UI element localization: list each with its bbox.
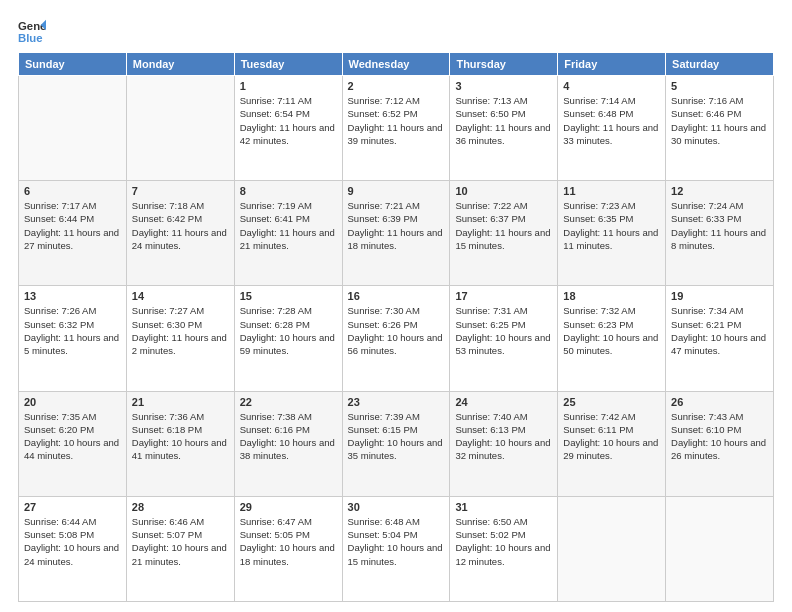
day-number: 21 <box>132 396 229 408</box>
calendar-cell <box>126 76 234 181</box>
calendar-day-header: Friday <box>558 53 666 76</box>
day-number: 11 <box>563 185 660 197</box>
day-info: Sunrise: 7:26 AM Sunset: 6:32 PM Dayligh… <box>24 304 121 357</box>
day-number: 10 <box>455 185 552 197</box>
calendar-cell: 30Sunrise: 6:48 AM Sunset: 5:04 PM Dayli… <box>342 496 450 601</box>
calendar-cell: 20Sunrise: 7:35 AM Sunset: 6:20 PM Dayli… <box>19 391 127 496</box>
day-info: Sunrise: 7:24 AM Sunset: 6:33 PM Dayligh… <box>671 199 768 252</box>
day-number: 4 <box>563 80 660 92</box>
calendar-cell <box>558 496 666 601</box>
calendar-cell: 29Sunrise: 6:47 AM Sunset: 5:05 PM Dayli… <box>234 496 342 601</box>
day-info: Sunrise: 6:47 AM Sunset: 5:05 PM Dayligh… <box>240 515 337 568</box>
day-info: Sunrise: 7:16 AM Sunset: 6:46 PM Dayligh… <box>671 94 768 147</box>
calendar-cell: 31Sunrise: 6:50 AM Sunset: 5:02 PM Dayli… <box>450 496 558 601</box>
calendar-cell: 13Sunrise: 7:26 AM Sunset: 6:32 PM Dayli… <box>19 286 127 391</box>
day-number: 17 <box>455 290 552 302</box>
calendar-cell: 8Sunrise: 7:19 AM Sunset: 6:41 PM Daylig… <box>234 181 342 286</box>
calendar-cell: 4Sunrise: 7:14 AM Sunset: 6:48 PM Daylig… <box>558 76 666 181</box>
calendar-week-row: 27Sunrise: 6:44 AM Sunset: 5:08 PM Dayli… <box>19 496 774 601</box>
calendar-day-header: Sunday <box>19 53 127 76</box>
day-info: Sunrise: 7:11 AM Sunset: 6:54 PM Dayligh… <box>240 94 337 147</box>
calendar-cell <box>666 496 774 601</box>
calendar-cell: 23Sunrise: 7:39 AM Sunset: 6:15 PM Dayli… <box>342 391 450 496</box>
day-info: Sunrise: 7:19 AM Sunset: 6:41 PM Dayligh… <box>240 199 337 252</box>
day-number: 18 <box>563 290 660 302</box>
day-info: Sunrise: 7:43 AM Sunset: 6:10 PM Dayligh… <box>671 410 768 463</box>
day-number: 6 <box>24 185 121 197</box>
calendar-week-row: 20Sunrise: 7:35 AM Sunset: 6:20 PM Dayli… <box>19 391 774 496</box>
day-number: 12 <box>671 185 768 197</box>
calendar-cell: 25Sunrise: 7:42 AM Sunset: 6:11 PM Dayli… <box>558 391 666 496</box>
day-number: 5 <box>671 80 768 92</box>
day-info: Sunrise: 7:30 AM Sunset: 6:26 PM Dayligh… <box>348 304 445 357</box>
day-number: 1 <box>240 80 337 92</box>
day-number: 8 <box>240 185 337 197</box>
day-number: 15 <box>240 290 337 302</box>
day-info: Sunrise: 6:50 AM Sunset: 5:02 PM Dayligh… <box>455 515 552 568</box>
day-info: Sunrise: 6:46 AM Sunset: 5:07 PM Dayligh… <box>132 515 229 568</box>
calendar-week-row: 6Sunrise: 7:17 AM Sunset: 6:44 PM Daylig… <box>19 181 774 286</box>
day-info: Sunrise: 6:44 AM Sunset: 5:08 PM Dayligh… <box>24 515 121 568</box>
day-number: 31 <box>455 501 552 513</box>
day-number: 13 <box>24 290 121 302</box>
day-info: Sunrise: 7:35 AM Sunset: 6:20 PM Dayligh… <box>24 410 121 463</box>
day-number: 24 <box>455 396 552 408</box>
calendar-cell: 18Sunrise: 7:32 AM Sunset: 6:23 PM Dayli… <box>558 286 666 391</box>
calendar-cell: 12Sunrise: 7:24 AM Sunset: 6:33 PM Dayli… <box>666 181 774 286</box>
day-number: 29 <box>240 501 337 513</box>
day-info: Sunrise: 7:39 AM Sunset: 6:15 PM Dayligh… <box>348 410 445 463</box>
calendar-cell: 9Sunrise: 7:21 AM Sunset: 6:39 PM Daylig… <box>342 181 450 286</box>
day-info: Sunrise: 7:28 AM Sunset: 6:28 PM Dayligh… <box>240 304 337 357</box>
day-info: Sunrise: 7:14 AM Sunset: 6:48 PM Dayligh… <box>563 94 660 147</box>
day-number: 19 <box>671 290 768 302</box>
calendar-day-header: Tuesday <box>234 53 342 76</box>
calendar-cell: 19Sunrise: 7:34 AM Sunset: 6:21 PM Dayli… <box>666 286 774 391</box>
calendar-cell: 1Sunrise: 7:11 AM Sunset: 6:54 PM Daylig… <box>234 76 342 181</box>
day-number: 14 <box>132 290 229 302</box>
calendar-cell: 10Sunrise: 7:22 AM Sunset: 6:37 PM Dayli… <box>450 181 558 286</box>
svg-text:Blue: Blue <box>18 32 43 44</box>
calendar-cell <box>19 76 127 181</box>
calendar-cell: 6Sunrise: 7:17 AM Sunset: 6:44 PM Daylig… <box>19 181 127 286</box>
day-number: 25 <box>563 396 660 408</box>
day-info: Sunrise: 6:48 AM Sunset: 5:04 PM Dayligh… <box>348 515 445 568</box>
day-number: 30 <box>348 501 445 513</box>
calendar-day-header: Saturday <box>666 53 774 76</box>
day-number: 16 <box>348 290 445 302</box>
day-info: Sunrise: 7:13 AM Sunset: 6:50 PM Dayligh… <box>455 94 552 147</box>
day-info: Sunrise: 7:36 AM Sunset: 6:18 PM Dayligh… <box>132 410 229 463</box>
calendar-cell: 2Sunrise: 7:12 AM Sunset: 6:52 PM Daylig… <box>342 76 450 181</box>
day-number: 28 <box>132 501 229 513</box>
day-number: 22 <box>240 396 337 408</box>
day-info: Sunrise: 7:38 AM Sunset: 6:16 PM Dayligh… <box>240 410 337 463</box>
day-number: 9 <box>348 185 445 197</box>
day-info: Sunrise: 7:34 AM Sunset: 6:21 PM Dayligh… <box>671 304 768 357</box>
calendar-cell: 27Sunrise: 6:44 AM Sunset: 5:08 PM Dayli… <box>19 496 127 601</box>
calendar-day-header: Monday <box>126 53 234 76</box>
day-number: 26 <box>671 396 768 408</box>
page-header: General Blue <box>18 18 774 46</box>
day-info: Sunrise: 7:12 AM Sunset: 6:52 PM Dayligh… <box>348 94 445 147</box>
calendar-week-row: 13Sunrise: 7:26 AM Sunset: 6:32 PM Dayli… <box>19 286 774 391</box>
logo: General Blue <box>18 18 46 46</box>
calendar-header-row: SundayMondayTuesdayWednesdayThursdayFrid… <box>19 53 774 76</box>
day-info: Sunrise: 7:21 AM Sunset: 6:39 PM Dayligh… <box>348 199 445 252</box>
calendar-cell: 14Sunrise: 7:27 AM Sunset: 6:30 PM Dayli… <box>126 286 234 391</box>
calendar-cell: 3Sunrise: 7:13 AM Sunset: 6:50 PM Daylig… <box>450 76 558 181</box>
day-info: Sunrise: 7:17 AM Sunset: 6:44 PM Dayligh… <box>24 199 121 252</box>
svg-text:General: General <box>18 20 46 32</box>
day-number: 7 <box>132 185 229 197</box>
day-number: 2 <box>348 80 445 92</box>
day-number: 27 <box>24 501 121 513</box>
calendar-cell: 7Sunrise: 7:18 AM Sunset: 6:42 PM Daylig… <box>126 181 234 286</box>
calendar-cell: 17Sunrise: 7:31 AM Sunset: 6:25 PM Dayli… <box>450 286 558 391</box>
calendar-cell: 15Sunrise: 7:28 AM Sunset: 6:28 PM Dayli… <box>234 286 342 391</box>
calendar-cell: 28Sunrise: 6:46 AM Sunset: 5:07 PM Dayli… <box>126 496 234 601</box>
day-number: 3 <box>455 80 552 92</box>
calendar-cell: 5Sunrise: 7:16 AM Sunset: 6:46 PM Daylig… <box>666 76 774 181</box>
calendar-cell: 16Sunrise: 7:30 AM Sunset: 6:26 PM Dayli… <box>342 286 450 391</box>
calendar-cell: 22Sunrise: 7:38 AM Sunset: 6:16 PM Dayli… <box>234 391 342 496</box>
day-info: Sunrise: 7:32 AM Sunset: 6:23 PM Dayligh… <box>563 304 660 357</box>
calendar-cell: 21Sunrise: 7:36 AM Sunset: 6:18 PM Dayli… <box>126 391 234 496</box>
calendar-cell: 26Sunrise: 7:43 AM Sunset: 6:10 PM Dayli… <box>666 391 774 496</box>
